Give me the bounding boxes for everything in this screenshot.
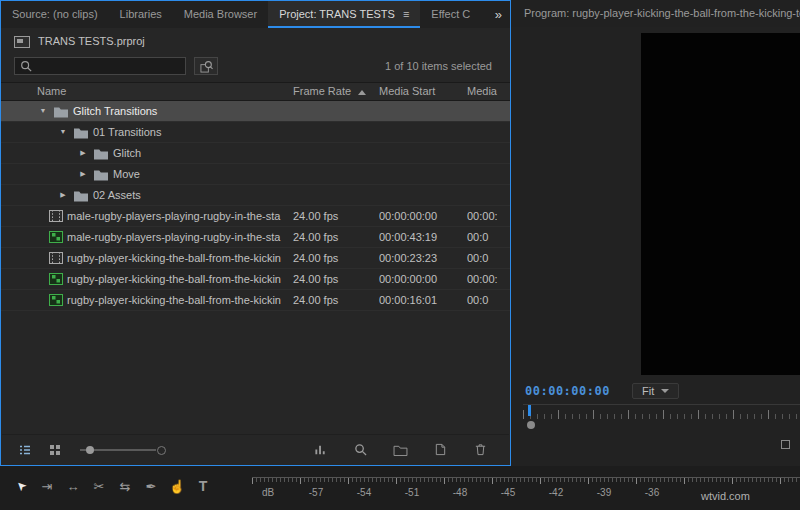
table-row-bin[interactable]: Glitch (1, 143, 510, 164)
tab-overflow-chevron-icon[interactable]: » (487, 1, 510, 28)
new-bin-icon (393, 444, 408, 456)
icon-view-icon (48, 443, 62, 457)
sequence-icon (49, 273, 63, 285)
disclosure-triangle-icon[interactable] (57, 122, 69, 142)
list-view-button[interactable] (16, 442, 34, 458)
program-transport-row: 00:00:00:00 Fit (525, 381, 800, 401)
zoom-slider[interactable] (80, 449, 156, 451)
item-name: rugby-player-kicking-the-ball-from-the-k… (67, 248, 281, 268)
column-media-start[interactable]: Media Start (379, 83, 467, 100)
search-bin-icon (200, 60, 213, 73)
find-button[interactable] (351, 442, 369, 458)
folder-icon (73, 126, 89, 139)
tab-project[interactable]: Project: TRANS TESTS (268, 1, 420, 28)
tab-libraries[interactable]: Libraries (109, 1, 173, 28)
project-header: TRANS TESTS.prproj (1, 28, 510, 54)
ripple-edit-icon: ↔ (67, 479, 80, 494)
tab-label: Effect C (431, 8, 470, 20)
project-toolbar-actions (311, 442, 495, 458)
table-row-bin[interactable]: 02 Assets (1, 185, 510, 206)
search-input[interactable] (36, 59, 180, 73)
track-select-forward-tool-button[interactable]: ⇥ (36, 472, 58, 500)
premiere-window: Source: (no clips) Libraries Media Brows… (0, 0, 800, 510)
selection-tool-button[interactable]: ➤ (10, 472, 32, 500)
table-row-sequence[interactable]: rugby-player-kicking-the-ball-from-the-k… (1, 290, 510, 311)
table-row-bin[interactable]: 01 Transitions (1, 122, 510, 143)
project-panel-group: Source: (no clips) Libraries Media Brows… (0, 0, 511, 466)
sequence-icon (49, 294, 63, 306)
new-item-button[interactable] (431, 442, 449, 458)
list-view-icon (18, 443, 32, 457)
zoom-slider-track[interactable] (80, 449, 156, 451)
table-row-clip[interactable]: male-rugby-players-playing-rugby-in-the-… (1, 206, 510, 227)
item-name: Move (113, 164, 140, 184)
chevron-down-icon (661, 389, 669, 393)
hand-tool-button[interactable]: ☝ (166, 472, 188, 500)
marker-icon[interactable] (781, 440, 790, 449)
table-row-bin[interactable]: Glitch Transitions (1, 101, 510, 122)
pen-tool-button[interactable]: ✒ (140, 472, 162, 500)
project-icon (14, 35, 30, 48)
column-name[interactable]: Name (37, 83, 293, 100)
program-timecode[interactable]: 00:00:00:00 (525, 384, 610, 398)
tab-label: Libraries (120, 8, 162, 20)
list-column-header[interactable]: Name Frame Rate Media Start Media (1, 82, 510, 101)
clip-icon (49, 210, 63, 222)
column-frame-rate[interactable]: Frame Rate (293, 83, 379, 100)
table-row-sequence[interactable]: rugby-player-kicking-the-ball-from-the-k… (1, 269, 510, 290)
automate-to-sequence-button[interactable] (311, 442, 329, 458)
disclosure-triangle-icon[interactable] (37, 101, 49, 121)
clip-icon (49, 252, 63, 264)
type-tool-icon: T (199, 478, 208, 494)
selection-tool-icon: ➤ (12, 477, 29, 494)
type-tool-button[interactable]: T (192, 472, 214, 500)
disclosure-triangle-icon[interactable] (77, 143, 89, 163)
disclosure-triangle-icon[interactable] (57, 185, 69, 205)
table-row-sequence[interactable]: male-rugby-players-playing-rugby-in-the-… (1, 227, 510, 248)
program-tab-bar: Program: rugby-player-kicking-the-ball-f… (511, 0, 800, 27)
ripple-edit-tool-button[interactable]: ↔ (62, 472, 84, 500)
zoom-slider-handle[interactable] (86, 446, 94, 454)
folder-icon (93, 168, 109, 181)
program-time-ruler[interactable] (523, 404, 800, 419)
razor-icon: ✂ (94, 479, 105, 494)
razor-tool-button[interactable]: ✂ (88, 472, 110, 500)
panel-tab-bar: Source: (no clips) Libraries Media Brows… (1, 1, 510, 28)
timeline-scrollbar-handle[interactable] (527, 421, 535, 429)
program-video-frame (641, 33, 800, 375)
column-media[interactable]: Media (467, 83, 510, 100)
tab-effect-controls[interactable]: Effect C (420, 1, 481, 28)
project-file-name: TRANS TESTS.prproj (38, 35, 145, 47)
automate-to-sequence-icon (314, 443, 327, 456)
slip-tool-button[interactable]: ⇆ (114, 472, 136, 500)
table-row-clip[interactable]: rugby-player-kicking-the-ball-from-the-k… (1, 248, 510, 269)
slip-icon: ⇆ (120, 479, 131, 494)
item-name: rugby-player-kicking-the-ball-from-the-k… (67, 290, 281, 310)
zoom-slider-end-icon (157, 446, 166, 455)
disclosure-triangle-icon[interactable] (77, 164, 89, 184)
watermark: wtvid.com (701, 490, 750, 502)
table-row-bin[interactable]: Move (1, 164, 510, 185)
item-name: male-rugby-players-playing-rugby-in-the-… (67, 227, 280, 247)
new-bin-button[interactable] (391, 442, 409, 458)
tab-label: Media Browser (184, 8, 257, 20)
tab-media-browser[interactable]: Media Browser (173, 1, 268, 28)
item-name: 02 Assets (93, 185, 141, 205)
pen-icon: ✒ (146, 479, 157, 494)
tab-label: Project: TRANS TESTS (279, 8, 395, 20)
delete-button[interactable] (471, 442, 489, 458)
program-tab-title[interactable]: Program: rugby-player-kicking-the-ball-f… (511, 0, 800, 27)
playhead-icon[interactable] (528, 405, 531, 416)
item-name: male-rugby-players-playing-rugby-in-the-… (67, 206, 280, 226)
icon-view-button[interactable] (46, 442, 64, 458)
search-box[interactable] (14, 57, 186, 75)
tab-source[interactable]: Source: (no clips) (1, 1, 109, 28)
item-name: 01 Transitions (93, 122, 161, 142)
project-item-list: Glitch Transitions 01 Transitions (1, 101, 510, 311)
panel-menu-icon[interactable] (403, 1, 409, 28)
search-bin-button[interactable] (194, 57, 218, 75)
find-icon (354, 443, 367, 456)
zoom-level-dropdown[interactable]: Fit (632, 383, 679, 399)
track-select-icon: ⇥ (42, 479, 53, 494)
item-name: Glitch Transitions (73, 101, 157, 121)
